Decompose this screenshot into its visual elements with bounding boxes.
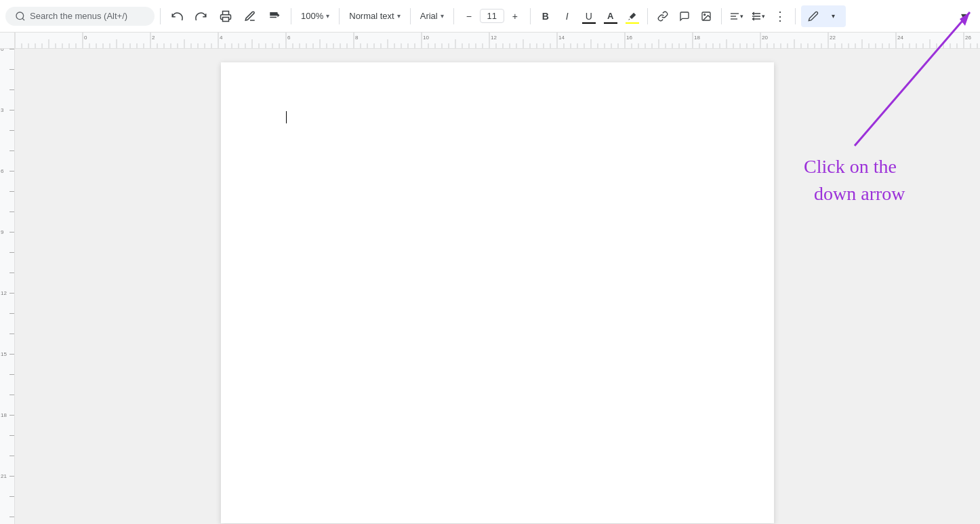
font-label: Arial bbox=[420, 11, 438, 21]
search-icon bbox=[15, 11, 26, 22]
font-size-input[interactable]: 11 bbox=[480, 9, 504, 23]
font-dropdown[interactable]: Arial ▾ bbox=[416, 8, 448, 24]
text-cursor bbox=[286, 111, 287, 123]
sidebar-ruler bbox=[0, 33, 15, 48]
svg-text:18: 18 bbox=[694, 35, 700, 41]
text-color-button[interactable]: A bbox=[601, 7, 620, 26]
pen-dropdown-button[interactable]: ▾ bbox=[824, 7, 843, 26]
ruler-area: 02468101214161820222426 bbox=[0, 33, 980, 49]
pen-icon bbox=[808, 11, 819, 22]
link-button[interactable] bbox=[653, 7, 672, 26]
horizontal-ruler: 02468101214161820222426 bbox=[15, 33, 980, 48]
link-icon bbox=[657, 11, 668, 22]
svg-text:10: 10 bbox=[423, 35, 429, 41]
paint-format-button[interactable] bbox=[264, 5, 285, 27]
line-spacing-button[interactable]: ▾ bbox=[749, 7, 768, 26]
svg-point-4 bbox=[703, 14, 705, 15]
vertical-ruler: 036912151821 bbox=[0, 49, 15, 524]
sep-1 bbox=[160, 8, 161, 24]
svg-text:22: 22 bbox=[830, 35, 836, 41]
text-color-bar bbox=[604, 22, 617, 24]
style-arrow: ▾ bbox=[397, 12, 401, 20]
highlight-icon bbox=[628, 12, 637, 21]
zoom-dropdown[interactable]: 100% ▾ bbox=[297, 8, 333, 24]
left-sidebar: 036912151821 ☰ bbox=[0, 49, 15, 524]
redo-button[interactable] bbox=[190, 5, 212, 27]
spellcheck-button[interactable] bbox=[239, 5, 261, 27]
svg-text:4: 4 bbox=[220, 35, 223, 41]
pen-group: ▾ bbox=[801, 5, 846, 27]
bold-button[interactable]: B bbox=[536, 7, 555, 26]
sep-7 bbox=[647, 8, 648, 24]
svg-text:2: 2 bbox=[152, 35, 155, 41]
undo-button[interactable] bbox=[166, 5, 188, 27]
font-arrow: ▾ bbox=[441, 12, 444, 20]
search-box[interactable]: Search the menus (Alt+/) bbox=[5, 7, 155, 26]
font-size-group: − 11 + bbox=[460, 7, 525, 26]
expand-toolbar-button[interactable]: ▾ bbox=[953, 5, 975, 27]
svg-text:24: 24 bbox=[897, 35, 903, 41]
sep-8 bbox=[721, 8, 722, 24]
sep-4 bbox=[410, 8, 411, 24]
paragraph-style-dropdown[interactable]: Normal text ▾ bbox=[345, 8, 404, 24]
svg-text:14: 14 bbox=[558, 35, 565, 41]
image-button[interactable] bbox=[697, 7, 716, 26]
zoom-label: 100% bbox=[301, 11, 323, 21]
zoom-arrow: ▾ bbox=[326, 12, 329, 20]
svg-text:12: 12 bbox=[491, 35, 497, 41]
style-label: Normal text bbox=[349, 11, 394, 21]
more-options-button[interactable]: ⋮ bbox=[771, 7, 790, 26]
align-arrow: ▾ bbox=[740, 13, 743, 20]
highlight-button[interactable] bbox=[623, 7, 642, 26]
svg-text:16: 16 bbox=[626, 35, 632, 41]
svg-point-0 bbox=[16, 12, 24, 20]
svg-text:20: 20 bbox=[762, 35, 768, 41]
sep-6 bbox=[530, 8, 531, 24]
main-area: 036912151821 ☰ bbox=[0, 49, 980, 524]
underline-color-bar bbox=[582, 22, 596, 24]
text-color-icon: A bbox=[607, 11, 613, 21]
highlight-color-bar bbox=[626, 22, 639, 24]
svg-line-1 bbox=[22, 18, 24, 20]
pen-button[interactable] bbox=[804, 7, 823, 26]
comment-button[interactable] bbox=[675, 7, 694, 26]
sep-9 bbox=[795, 8, 796, 24]
line-spacing-icon bbox=[751, 11, 762, 22]
svg-rect-2 bbox=[223, 17, 229, 21]
main-toolbar: Search the menus (Alt+/) 100% ▾ bbox=[0, 0, 980, 33]
svg-text:6: 6 bbox=[287, 35, 291, 41]
search-placeholder: Search the menus (Alt+/) bbox=[30, 11, 127, 21]
align-icon bbox=[729, 11, 740, 22]
ruler-svg: 02468101214161820222426 bbox=[15, 33, 980, 48]
expand-icon: ▾ bbox=[961, 9, 966, 22]
sep-2 bbox=[291, 8, 291, 24]
sep-5 bbox=[453, 8, 454, 24]
svg-text:8: 8 bbox=[355, 35, 359, 41]
document-page[interactable] bbox=[221, 62, 774, 523]
pen-dropdown-arrow: ▾ bbox=[832, 12, 835, 20]
document-area[interactable] bbox=[15, 49, 980, 524]
image-icon bbox=[701, 11, 712, 22]
underline-button[interactable]: U bbox=[579, 7, 598, 26]
font-size-increase[interactable]: + bbox=[506, 7, 525, 26]
comment-icon bbox=[679, 11, 690, 22]
italic-button[interactable]: I bbox=[558, 7, 577, 26]
print-button[interactable] bbox=[215, 5, 237, 27]
font-size-decrease[interactable]: − bbox=[460, 7, 478, 26]
sep-3 bbox=[339, 8, 340, 24]
svg-text:26: 26 bbox=[965, 35, 971, 41]
line-spacing-arrow: ▾ bbox=[762, 13, 765, 20]
align-button[interactable]: ▾ bbox=[727, 7, 746, 26]
svg-text:0: 0 bbox=[84, 35, 87, 41]
